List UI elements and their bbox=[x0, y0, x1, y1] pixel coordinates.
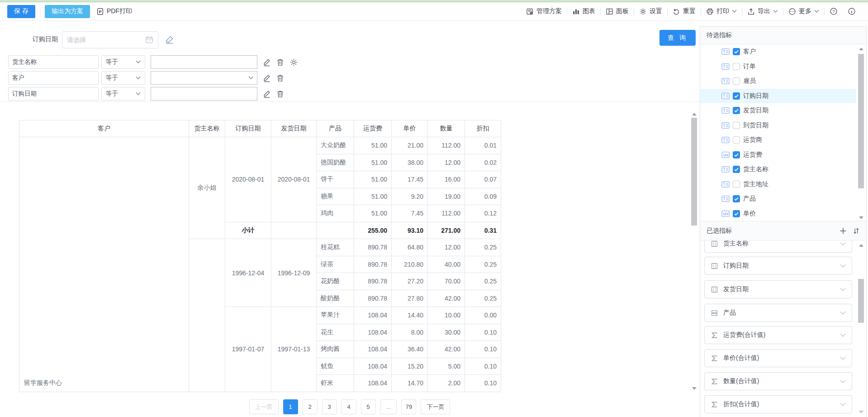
pending-list-scrollbar[interactable] bbox=[858, 44, 864, 221]
scroll-down-icon[interactable] bbox=[692, 387, 697, 390]
page-79-button[interactable]: 79 bbox=[401, 399, 416, 414]
pending-metric-item[interactable]: 订购日期 bbox=[700, 89, 856, 104]
selected-metric-card[interactable]: 运货费(合计值) bbox=[704, 326, 852, 344]
chevron-down-icon[interactable] bbox=[840, 242, 846, 246]
selected-metric-card[interactable]: 单价(合计值) bbox=[704, 349, 852, 367]
pending-metric-item[interactable]: 到货日期 bbox=[700, 118, 856, 133]
metric-checkbox[interactable] bbox=[733, 48, 740, 55]
next-page-button[interactable]: 下一页 bbox=[421, 399, 450, 414]
more-button[interactable]: 更多 bbox=[783, 7, 824, 15]
edit-filter-icon[interactable] bbox=[262, 74, 271, 82]
selected-metric-card[interactable]: 折扣(合计值) bbox=[704, 395, 852, 413]
dashboard-button[interactable]: 面板 bbox=[601, 7, 634, 15]
edit-filter-icon[interactable] bbox=[262, 58, 271, 67]
pending-metric-item[interactable]: 雇员 bbox=[700, 74, 856, 89]
table-cell: 0.25 bbox=[465, 290, 501, 307]
ellipsis-button[interactable]: ... bbox=[380, 399, 397, 414]
chevron-down-icon[interactable] bbox=[840, 288, 846, 292]
page-1-button[interactable]: 1 bbox=[283, 399, 298, 414]
metric-checkbox[interactable] bbox=[733, 181, 740, 188]
selected-metric-card[interactable]: 产品 bbox=[704, 304, 852, 322]
filter-operator-select[interactable]: 等于 bbox=[101, 71, 145, 85]
page-2-button[interactable]: 2 bbox=[303, 399, 318, 414]
scroll-up-icon[interactable] bbox=[859, 48, 863, 50]
help-button[interactable]: ? bbox=[825, 7, 843, 15]
print-button[interactable]: 打印 bbox=[701, 7, 742, 15]
chevron-down-icon[interactable] bbox=[840, 403, 846, 407]
selected-metric-card[interactable]: 发货日期 bbox=[704, 280, 852, 298]
selected-metric-card[interactable]: 订购日期 bbox=[704, 257, 852, 275]
output-as-scheme-button[interactable]: 输出为方案 bbox=[45, 5, 90, 18]
pending-metric-item[interactable]: 123运货费 bbox=[700, 148, 856, 163]
pending-metric-item[interactable]: 发货日期 bbox=[700, 103, 856, 118]
chevron-down-icon[interactable] bbox=[840, 264, 846, 268]
selected-list-scrollbar[interactable] bbox=[858, 240, 864, 417]
filter-operator-select[interactable]: 等于 bbox=[101, 55, 145, 69]
calendar-icon[interactable]: 7 bbox=[145, 36, 153, 44]
metric-checkbox[interactable] bbox=[733, 195, 740, 202]
metric-checkbox[interactable] bbox=[733, 92, 740, 100]
reset-button[interactable]: 重置 bbox=[668, 7, 701, 15]
page-4-button[interactable]: 4 bbox=[342, 399, 356, 414]
add-metric-icon[interactable] bbox=[840, 227, 847, 235]
settings-button[interactable]: 设置 bbox=[634, 7, 667, 15]
filter-settings-icon[interactable] bbox=[289, 58, 298, 67]
filter-value-input[interactable] bbox=[151, 55, 257, 69]
column-header: 单价 bbox=[392, 120, 428, 137]
info-button[interactable] bbox=[843, 7, 861, 15]
filter-operator-select[interactable]: 等于 bbox=[101, 87, 145, 101]
save-button[interactable]: 保 存 bbox=[7, 5, 35, 18]
pdf-print-button[interactable]: P PDF打印 bbox=[96, 7, 132, 15]
pending-metric-item[interactable]: 运货商 bbox=[700, 133, 856, 148]
page-3-button[interactable]: 3 bbox=[322, 399, 337, 414]
scroll-up-icon[interactable] bbox=[859, 244, 863, 247]
metric-checkbox[interactable] bbox=[733, 151, 740, 158]
scroll-down-icon[interactable] bbox=[859, 216, 863, 219]
chevron-down-icon[interactable] bbox=[840, 356, 846, 360]
table-cell: 890.78 bbox=[354, 290, 392, 307]
filter-field-input[interactable] bbox=[8, 55, 99, 69]
selected-metric-card[interactable]: 货主名称 bbox=[704, 240, 852, 253]
table-cell: 42.00 bbox=[428, 341, 465, 358]
filter-value-input[interactable] bbox=[151, 87, 257, 101]
scroll-down-icon[interactable] bbox=[859, 411, 863, 413]
delete-filter-icon[interactable] bbox=[276, 58, 285, 67]
charts-button[interactable]: 图表 bbox=[567, 7, 600, 15]
scrollbar-thumb[interactable] bbox=[858, 279, 864, 323]
filter-field-input[interactable] bbox=[8, 87, 99, 101]
filter-field-input[interactable] bbox=[8, 71, 99, 85]
chevron-down-icon[interactable] bbox=[840, 311, 846, 315]
query-button[interactable]: 查 询 bbox=[659, 30, 696, 46]
edit-filter-icon[interactable] bbox=[262, 90, 271, 98]
pending-metric-item[interactable]: 货主地址 bbox=[700, 177, 856, 192]
chevron-down-icon[interactable] bbox=[840, 333, 846, 337]
metric-checkbox[interactable] bbox=[733, 77, 740, 85]
filter-value-select[interactable] bbox=[151, 71, 257, 85]
selected-metric-card[interactable]: 数量(合计值) bbox=[704, 372, 852, 390]
metric-checkbox[interactable] bbox=[733, 107, 740, 114]
chevron-down-icon[interactable] bbox=[840, 379, 846, 383]
pending-metric-item[interactable]: 客户 bbox=[700, 44, 856, 59]
scroll-up-icon[interactable] bbox=[692, 113, 697, 115]
sort-metrics-icon[interactable] bbox=[853, 227, 860, 235]
delete-filter-icon[interactable] bbox=[276, 90, 285, 98]
manage-schemes-button[interactable]: 管理方案 bbox=[521, 7, 567, 15]
metric-checkbox[interactable] bbox=[733, 210, 740, 217]
pending-metric-item[interactable]: 订单 bbox=[700, 59, 856, 74]
table-cell: 890.78 bbox=[354, 239, 392, 256]
table-scrollbar[interactable] bbox=[691, 111, 697, 391]
pending-metric-item[interactable]: 123单价 bbox=[700, 206, 856, 221]
pending-metric-item[interactable]: 产品 bbox=[700, 192, 856, 206]
export-button[interactable]: 导出 bbox=[742, 7, 783, 15]
metric-checkbox[interactable] bbox=[733, 63, 740, 70]
order-date-picker[interactable] bbox=[62, 31, 158, 48]
pending-metric-item[interactable]: 货主名称 bbox=[700, 162, 856, 177]
scrollbar-thumb[interactable] bbox=[691, 118, 697, 225]
metric-checkbox[interactable] bbox=[733, 122, 740, 129]
page-5-button[interactable]: 5 bbox=[361, 399, 376, 414]
delete-filter-icon[interactable] bbox=[276, 74, 285, 82]
metric-checkbox[interactable] bbox=[733, 166, 740, 173]
clear-date-icon[interactable] bbox=[165, 35, 174, 44]
scrollbar-thumb[interactable] bbox=[858, 54, 864, 188]
metric-checkbox[interactable] bbox=[733, 136, 740, 144]
